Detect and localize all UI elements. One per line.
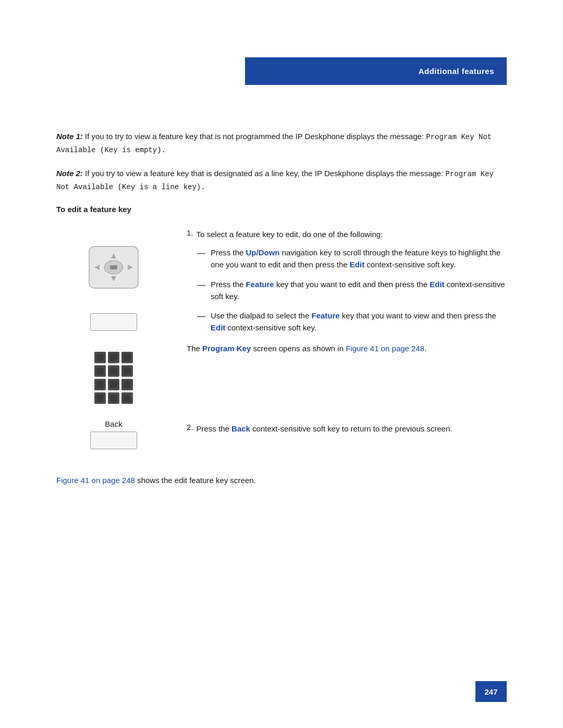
- dialpad-key-12: [121, 392, 133, 404]
- step-2-number: 2.: [187, 423, 193, 431]
- note-1-label: Note 1:: [56, 132, 83, 141]
- edit-highlight-3: Edit: [211, 323, 225, 332]
- program-key-note: The Program Key screen opens as shown in…: [187, 342, 507, 354]
- bullet-dash-1: —: [197, 247, 205, 260]
- updown-highlight: Up/Down: [246, 248, 280, 257]
- main-content: Note 1: If you to try to view a feature …: [56, 130, 507, 486]
- edit-highlight-1: Edit: [350, 260, 364, 269]
- step-1-number: 1.: [187, 228, 193, 237]
- page-number-box: 247: [475, 681, 507, 702]
- step-2-header: 2. Press the Back context-sensitive soft…: [187, 423, 507, 435]
- bullet-3-content: Use the dialpad to select the Feature ke…: [211, 310, 507, 334]
- left-column: [56, 228, 171, 404]
- softkey-button-1: [90, 313, 137, 331]
- instruction-layout: 1. To select a feature key to edit, do o…: [56, 228, 507, 404]
- note-2-label: Note 2:: [56, 169, 83, 178]
- figure-41-link-2[interactable]: Figure 41 on page 248: [56, 476, 135, 485]
- dialpad-grid: [94, 352, 133, 404]
- program-key-highlight: Program Key: [202, 344, 251, 353]
- dialpad-key-4: [94, 365, 106, 377]
- svg-rect-2: [110, 265, 117, 269]
- figure-ref-line: Figure 41 on page 248 shows the edit fea…: [56, 474, 507, 486]
- note-1-text: If you to try to view a feature key that…: [56, 132, 492, 154]
- section-heading: To edit a feature key: [56, 205, 507, 214]
- back-key-container: Back: [90, 419, 137, 449]
- bullet-dash-2: —: [197, 279, 205, 292]
- feature-highlight-2: Feature: [311, 311, 339, 320]
- dialpad-key-2: [108, 352, 119, 363]
- edit-highlight-2: Edit: [430, 280, 444, 289]
- right-column: 1. To select a feature key to edit, do o…: [171, 228, 507, 404]
- nav-device-svg: [85, 244, 142, 291]
- bullet-item-3: — Use the dialpad to select the Feature …: [197, 310, 507, 334]
- nav-device-wrapper: [85, 244, 142, 292]
- feature-highlight-1: Feature: [246, 280, 274, 289]
- bullet-item-1: — Press the Up/Down navigation key to sc…: [197, 246, 507, 271]
- back-highlight: Back: [231, 424, 250, 433]
- dialpad-key-3: [121, 352, 133, 363]
- step-1-header: 1. To select a feature key to edit, do o…: [187, 228, 507, 240]
- note-2-text: If you try to view a feature key that is…: [56, 169, 494, 191]
- note-1-code: Program Key Not Available (Key is empty)…: [56, 133, 492, 154]
- header-banner: Additional features: [245, 57, 507, 85]
- back-key-label: Back: [105, 419, 122, 428]
- header-title: Additional features: [419, 67, 494, 76]
- back-button-area: Back: [56, 419, 171, 449]
- step-2-text-area: 2. Press the Back context-sensitive soft…: [171, 419, 507, 441]
- step-2-text: Press the Back context-sensitive soft ke…: [197, 423, 452, 435]
- note-1: Note 1: If you to try to view a feature …: [56, 130, 507, 156]
- dialpad-key-11: [108, 392, 119, 404]
- dialpad-key-8: [108, 379, 119, 390]
- step-2-area: Back 2. Press the Back context-sensitive…: [56, 419, 507, 449]
- figure-41-link-1[interactable]: Figure 41 on page 248: [346, 344, 424, 353]
- note-2: Note 2: If you try to view a feature key…: [56, 167, 507, 193]
- back-key-button: [90, 431, 137, 449]
- bullet-2-content: Press the Feature key that you want to e…: [211, 278, 507, 303]
- bullet-dash-3: —: [197, 310, 205, 323]
- dialpad-key-6: [121, 365, 133, 377]
- bullet-list: — Press the Up/Down navigation key to sc…: [197, 246, 507, 334]
- figure-ref-text: shows the edit feature key screen.: [137, 476, 256, 485]
- bullet-1-content: Press the Up/Down navigation key to scro…: [211, 246, 507, 271]
- note-2-code: Program Key Not Available (Key is a line…: [56, 170, 494, 191]
- dialpad-key-7: [94, 379, 106, 390]
- page-container: Additional features Note 1: If you to tr…: [0, 0, 563, 728]
- step-1: 1. To select a feature key to edit, do o…: [187, 228, 507, 354]
- dialpad-key-1: [94, 352, 106, 363]
- step-1-text: To select a feature key to edit, do one …: [197, 228, 383, 240]
- page-number: 247: [484, 687, 497, 696]
- dialpad-key-9: [121, 379, 133, 390]
- bullet-item-2: — Press the Feature key that you want to…: [197, 278, 507, 303]
- dialpad-key-10: [94, 392, 106, 404]
- dialpad-key-5: [108, 365, 119, 377]
